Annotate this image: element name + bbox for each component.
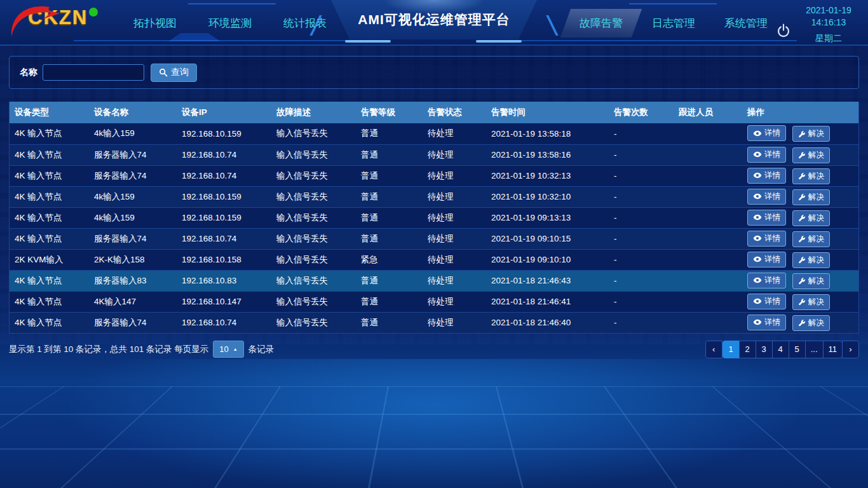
detail-button-label: 详情 bbox=[764, 128, 780, 139]
nav-item-reports[interactable]: 统计报表 bbox=[282, 13, 328, 33]
cell-device-ip: 192.168.10.74 bbox=[177, 144, 271, 165]
resolve-button-label: 解决 bbox=[808, 128, 824, 139]
cell-fault-desc: 输入信号丢失 bbox=[271, 144, 356, 165]
resolve-button[interactable]: 解决 bbox=[792, 315, 830, 331]
resolve-button[interactable]: 解决 bbox=[792, 147, 830, 163]
cell-device-type: 4K 输入节点 bbox=[10, 270, 89, 291]
nav-item-topology[interactable]: 拓扑视图 bbox=[132, 13, 178, 33]
detail-button[interactable]: 详情 bbox=[747, 210, 786, 226]
detail-button[interactable]: 详情 bbox=[747, 315, 786, 330]
resolve-button[interactable]: 解决 bbox=[792, 231, 830, 247]
resolve-button[interactable]: 解决 bbox=[792, 294, 830, 310]
table-row[interactable]: 4K 输入节点 服务器输入83 192.168.10.83 输入信号丢失 普通 … bbox=[10, 270, 858, 291]
cell-device-ip: 192.168.10.74 bbox=[177, 228, 271, 249]
nav-item-environment[interactable]: 环境监测 bbox=[207, 13, 253, 33]
cell-device-type: 2K KVM输入 bbox=[10, 249, 89, 270]
detail-button[interactable]: 详情 bbox=[747, 231, 786, 247]
nav-item-fault-alarm[interactable]: 故障告警 bbox=[578, 13, 624, 33]
cell-device-ip: 192.168.10.159 bbox=[177, 123, 271, 144]
background-glow bbox=[69, 359, 798, 488]
weekday-text: 星期二 bbox=[798, 32, 859, 44]
top-header-bar: CKZN 拓扑视图 环境监测 统计报表 AMI可视化运维管理平台 故障告警 日志… bbox=[0, 0, 868, 46]
search-input[interactable] bbox=[43, 64, 144, 81]
cell-alarm-status: 待处理 bbox=[423, 312, 486, 333]
table-row[interactable]: 4K 输入节点 服务器输入74 192.168.10.74 输入信号丢失 普通 … bbox=[10, 165, 858, 186]
resolve-button[interactable]: 解决 bbox=[792, 126, 830, 142]
page-button-4[interactable]: 4 bbox=[772, 341, 789, 358]
header-decoration bbox=[345, 40, 391, 43]
cell-actions: 详情 解决 bbox=[742, 144, 858, 165]
search-panel: 名称 查询 bbox=[9, 56, 859, 89]
wrench-icon bbox=[798, 319, 806, 327]
cell-fault-desc: 输入信号丢失 bbox=[271, 186, 356, 207]
resolve-button-label: 解决 bbox=[808, 213, 824, 224]
col-device-ip: 设备IP bbox=[177, 102, 271, 123]
table-row[interactable]: 2K KVM输入 2K-K输入158 192.168.10.158 输入信号丢失… bbox=[10, 249, 858, 270]
page-button-2[interactable]: 2 bbox=[739, 341, 756, 358]
page-ellipsis-button[interactable]: ... bbox=[805, 341, 824, 358]
resolve-button-label: 解决 bbox=[808, 234, 824, 245]
cell-alarm-time: 2021-01-19 13:58:18 bbox=[486, 123, 609, 144]
page-size-dropdown[interactable]: 10 ▲ bbox=[213, 341, 243, 358]
page-button-5[interactable]: 5 bbox=[789, 341, 806, 358]
page-title: AMI可视化运维管理平台 bbox=[358, 11, 510, 29]
cell-device-type: 4K 输入节点 bbox=[10, 291, 89, 312]
power-icon[interactable] bbox=[776, 24, 790, 37]
detail-button-label: 详情 bbox=[764, 317, 780, 328]
resolve-button[interactable]: 解决 bbox=[792, 252, 830, 268]
cell-actions: 详情 解决 bbox=[742, 291, 858, 312]
cell-alarm-time: 2021-01-19 09:10:10 bbox=[486, 249, 609, 270]
nav-item-log-management[interactable]: 日志管理 bbox=[651, 13, 696, 33]
cell-fault-desc: 输入信号丢失 bbox=[271, 270, 356, 291]
detail-button[interactable]: 详情 bbox=[747, 273, 786, 288]
detail-button-label: 详情 bbox=[764, 233, 780, 244]
table-row[interactable]: 4K 输入节点 服务器输入74 192.168.10.74 输入信号丢失 普通 … bbox=[10, 144, 858, 165]
table-row[interactable]: 4K 输入节点 4k输入159 192.168.10.159 输入信号丢失 普通… bbox=[10, 186, 858, 207]
cell-device-name: 4k输入159 bbox=[89, 207, 177, 228]
wrench-icon bbox=[798, 277, 806, 285]
resolve-button[interactable]: 解决 bbox=[792, 189, 830, 205]
cell-device-type: 4K 输入节点 bbox=[10, 228, 89, 249]
resolve-button[interactable]: 解决 bbox=[792, 168, 830, 184]
detail-button[interactable]: 详情 bbox=[747, 294, 786, 309]
alarm-table: 设备类型 设备名称 设备IP 故障描述 告警等级 告警状态 告警时间 告警次数 … bbox=[9, 102, 859, 334]
wrench-icon bbox=[798, 172, 806, 180]
query-button[interactable]: 查询 bbox=[151, 64, 197, 82]
nav-item-system-management[interactable]: 系统管理 bbox=[723, 13, 769, 33]
eye-icon bbox=[753, 129, 762, 138]
app-window: CKZN 拓扑视图 环境监测 统计报表 AMI可视化运维管理平台 故障告警 日志… bbox=[0, 0, 868, 488]
page-button-3[interactable]: 3 bbox=[756, 341, 773, 358]
cell-actions: 详情 解决 bbox=[742, 165, 858, 186]
cell-device-ip: 192.168.10.159 bbox=[177, 207, 271, 228]
detail-button[interactable]: 详情 bbox=[747, 147, 786, 163]
cell-fault-desc: 输入信号丢失 bbox=[271, 291, 356, 312]
prev-page-button[interactable]: ‹ bbox=[705, 341, 722, 358]
cell-alarm-count: - bbox=[609, 144, 674, 165]
detail-button[interactable]: 详情 bbox=[747, 252, 786, 268]
cell-follower bbox=[674, 207, 742, 228]
table-row[interactable]: 4K 输入节点 服务器输入74 192.168.10.74 输入信号丢失 普通 … bbox=[10, 312, 858, 333]
cell-alarm-time: 2021-01-19 09:13:13 bbox=[486, 207, 609, 228]
resolve-button[interactable]: 解决 bbox=[792, 210, 830, 226]
table-row[interactable]: 4K 输入节点 4k输入159 192.168.10.159 输入信号丢失 普通… bbox=[10, 123, 858, 144]
table-row[interactable]: 4K 输入节点 服务器输入74 192.168.10.74 输入信号丢失 普通 … bbox=[10, 228, 858, 249]
cell-follower bbox=[674, 186, 742, 207]
cell-alarm-count: - bbox=[609, 291, 674, 312]
table-header-row: 设备类型 设备名称 设备IP 故障描述 告警等级 告警状态 告警时间 告警次数 … bbox=[10, 102, 858, 123]
resolve-button-label: 解决 bbox=[808, 192, 824, 203]
next-page-button[interactable]: › bbox=[842, 341, 859, 358]
resolve-button[interactable]: 解决 bbox=[792, 273, 830, 289]
page-button-11[interactable]: 11 bbox=[823, 341, 843, 358]
table-row[interactable]: 4K 输入节点 4K输入147 192.168.10.147 输入信号丢失 普通… bbox=[10, 291, 858, 312]
table-row[interactable]: 4K 输入节点 4k输入159 192.168.10.159 输入信号丢失 普通… bbox=[10, 207, 858, 228]
cell-alarm-level: 紧急 bbox=[356, 249, 423, 270]
detail-button[interactable]: 详情 bbox=[747, 168, 786, 184]
cell-alarm-level: 普通 bbox=[356, 270, 423, 291]
eye-icon bbox=[753, 255, 762, 264]
cell-alarm-count: - bbox=[609, 270, 674, 291]
cell-actions: 详情 解决 bbox=[742, 186, 858, 207]
page-button-1[interactable]: 1 bbox=[722, 341, 740, 358]
detail-button[interactable]: 详情 bbox=[747, 125, 786, 141]
detail-button[interactable]: 详情 bbox=[747, 189, 786, 205]
cell-actions: 详情 解决 bbox=[742, 270, 858, 291]
